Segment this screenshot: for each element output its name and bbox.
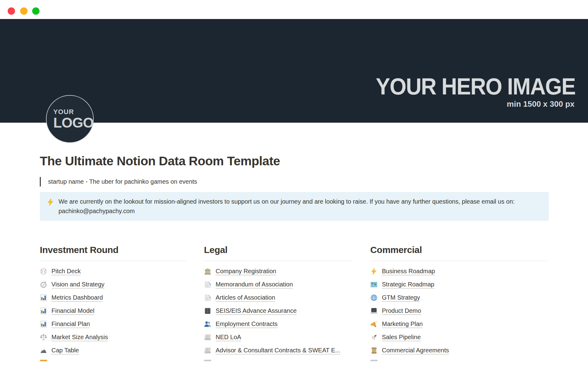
list-item[interactable]: Employment Contracts (204, 317, 352, 331)
laptop-icon (370, 307, 378, 315)
hero-placeholder-title: YOUR HERO IMAGE (376, 73, 575, 100)
lightning-icon (370, 268, 378, 275)
item-link[interactable]: Vision and Strategy (51, 281, 104, 288)
zoom-window-icon[interactable] (32, 7, 40, 15)
bookmark-tabs-icon (204, 281, 211, 288)
window-titlebar (0, 0, 588, 19)
classical-building-icon (204, 268, 211, 275)
item-link[interactable]: Company Registration (216, 268, 276, 275)
callout-text-line2: pachinko@pachypachy.com (58, 206, 514, 216)
snow-capped-mountain-icon (40, 347, 47, 354)
column-title: Investment Round (40, 245, 186, 261)
column-legal: LegalCompany RegistrationMemorandum of A… (204, 245, 352, 361)
list-item[interactable]: Strategic Roadmap (370, 278, 547, 291)
bar-chart-icon (40, 320, 47, 328)
item-link[interactable]: Pitch Deck (51, 268, 81, 275)
item-link[interactable]: Financial Model (51, 307, 94, 314)
hero-cover[interactable]: YOUR HERO IMAGE min 1500 x 300 px YOUR L… (0, 19, 588, 123)
lightning-icon (47, 198, 55, 206)
item-link[interactable]: Advisor & Consultant Contracts & SWEAT E… (216, 347, 340, 354)
rocket-icon (370, 334, 378, 341)
list-item[interactable]: SEIS/EIS Advance Assurance (204, 304, 352, 317)
list-item[interactable]: Commercial Agreements (370, 344, 547, 357)
column-list: Company RegistrationMemorandum of Associ… (204, 265, 352, 357)
list-item[interactable]: Financial Model (40, 304, 186, 317)
quote-block: startup name - The uber for pachinko gam… (40, 177, 549, 186)
column-list: Pitch DeckVision and StrategyMetrics Das… (40, 265, 186, 357)
item-link[interactable]: Sales Pipeline (382, 334, 421, 341)
page-title: The Ultimate Notion Data Room Template (40, 154, 549, 168)
list-item[interactable]: Company Registration (204, 265, 352, 278)
next-item-partial-icon[interactable] (204, 360, 211, 361)
bookmark-tabs-icon (204, 294, 211, 301)
world-map-icon (370, 281, 378, 288)
item-link[interactable]: Product Demo (382, 307, 421, 314)
callout-text: We are currently on the lookout for miss… (58, 197, 514, 216)
bar-chart-icon (40, 294, 47, 301)
item-link[interactable]: Commercial Agreements (382, 347, 449, 354)
busts-in-silhouette-icon (204, 320, 211, 328)
item-link[interactable]: Articles of Association (216, 294, 275, 301)
list-item[interactable]: Market Size Analysis (40, 331, 186, 344)
item-link[interactable]: Memorandum of Association (216, 281, 293, 288)
item-link[interactable]: Strategic Roadmap (382, 281, 434, 288)
column-investment-round: Investment RoundPitch DeckVision and Str… (40, 245, 186, 361)
column-list: Business RoadmapStrategic RoadmapGTM Str… (370, 265, 547, 357)
logo-line2: LOGO (53, 116, 93, 130)
list-item[interactable]: GTM Strategy (370, 291, 547, 304)
item-link[interactable]: Business Roadmap (382, 268, 435, 275)
next-item-partial-icon[interactable] (370, 360, 378, 361)
minimize-window-icon[interactable] (20, 7, 28, 15)
list-item[interactable]: Memorandum of Association (204, 278, 352, 291)
list-item[interactable]: Advisor & Consultant Contracts & SWEAT E… (204, 344, 352, 357)
item-link[interactable]: Market Size Analysis (51, 334, 108, 341)
list-item[interactable]: NED LoA (204, 331, 352, 344)
page-logo[interactable]: YOUR LOGO (46, 95, 94, 143)
list-item[interactable]: Business Roadmap (370, 265, 547, 278)
list-item[interactable]: Cap Table (40, 344, 186, 357)
compass-icon (40, 281, 47, 288)
column-title: Legal (204, 245, 352, 261)
megaphone-icon (370, 320, 378, 328)
list-item[interactable]: Vision and Strategy (40, 278, 186, 291)
list-item[interactable]: Articles of Association (204, 291, 352, 304)
scroll-icon (370, 347, 378, 354)
item-link[interactable]: Metrics Dashboard (51, 294, 103, 301)
list-item[interactable]: Financial Plan (40, 317, 186, 331)
rolled-newspaper-icon (204, 347, 211, 354)
item-link[interactable]: GTM Strategy (382, 294, 420, 301)
callout-block: We are currently on the lookout for miss… (40, 192, 549, 221)
close-window-icon[interactable] (8, 7, 15, 15)
card-file-box-icon (204, 307, 211, 315)
item-link[interactable]: Financial Plan (51, 320, 90, 328)
columns: Investment RoundPitch DeckVision and Str… (40, 245, 549, 361)
column-title: Commercial (370, 245, 547, 261)
page-body: The Ultimate Notion Data Room Template s… (0, 154, 588, 361)
balance-scale-icon (40, 334, 47, 341)
list-item[interactable]: Pitch Deck (40, 265, 186, 278)
bar-chart-icon (40, 307, 47, 315)
baseball-icon (40, 268, 47, 275)
rolled-newspaper-icon (204, 334, 211, 341)
list-item[interactable]: Product Demo (370, 304, 547, 317)
list-item[interactable]: Marketing Plan (370, 317, 547, 331)
item-link[interactable]: SEIS/EIS Advance Assurance (216, 307, 297, 314)
next-item-partial-icon[interactable] (40, 360, 47, 361)
item-link[interactable]: Cap Table (51, 347, 79, 354)
column-commercial: CommercialBusiness RoadmapStrategic Road… (370, 245, 547, 361)
hero-size-hint: min 1500 x 300 px (507, 99, 575, 109)
item-link[interactable]: Marketing Plan (382, 320, 423, 328)
globe-icon (370, 294, 378, 301)
item-link[interactable]: NED LoA (216, 334, 241, 341)
callout-text-line1: We are currently on the lookout for miss… (58, 197, 514, 206)
item-link[interactable]: Employment Contracts (216, 320, 277, 328)
list-item[interactable]: Sales Pipeline (370, 331, 547, 344)
list-item[interactable]: Metrics Dashboard (40, 291, 186, 304)
